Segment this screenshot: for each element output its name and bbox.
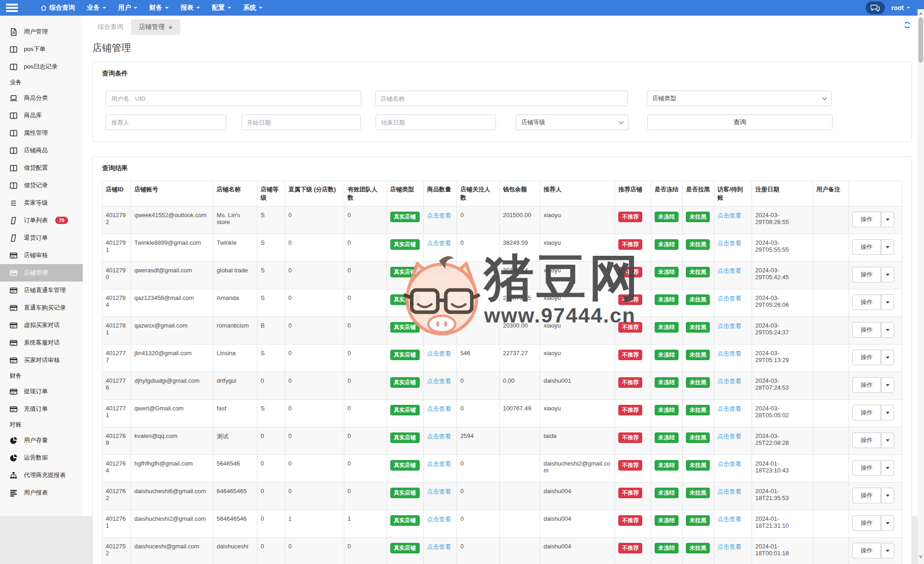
action-dropdown-button[interactable] xyxy=(881,432,894,448)
referrer-input[interactable] xyxy=(106,115,226,130)
visitors-view-link[interactable]: 点击查看 xyxy=(718,240,741,247)
sidebar-item-12[interactable]: 订单列表70 xyxy=(0,212,83,229)
nav-item-6[interactable]: 配置 xyxy=(207,0,236,16)
tab-1[interactable]: 综合查询 xyxy=(90,19,131,35)
action-button[interactable]: 操作 xyxy=(852,322,881,338)
start-date-input[interactable] xyxy=(241,115,361,130)
sidebar-item-8[interactable]: 店铺商品 xyxy=(0,142,83,159)
action-button[interactable]: 操作 xyxy=(852,488,881,503)
visitors-view-link[interactable]: 点击查看 xyxy=(718,378,741,385)
action-dropdown-button[interactable] xyxy=(881,377,894,393)
goods-view-link[interactable]: 点击查看 xyxy=(427,378,451,385)
action-button[interactable]: 操作 xyxy=(852,460,881,476)
sidebar-item-16[interactable]: 店铺直通车管理 xyxy=(0,282,83,299)
goods-view-link[interactable]: 点击查看 xyxy=(427,543,451,550)
sidebar-item-14[interactable]: 店铺审核 xyxy=(0,247,83,264)
goods-view-link[interactable]: 点击查看 xyxy=(427,295,451,302)
refresh-button[interactable] xyxy=(903,21,911,29)
visitors-view-link[interactable]: 点击查看 xyxy=(718,295,741,302)
user-menu[interactable]: root xyxy=(891,4,910,12)
sidebar-item-17[interactable]: 直通车购买记录 xyxy=(0,299,83,317)
action-button[interactable]: 操作 xyxy=(852,212,881,227)
visitors-view-link[interactable]: 点击查看 xyxy=(718,543,741,550)
goods-view-link[interactable]: 点击查看 xyxy=(427,240,451,247)
sidebar-item-26[interactable]: 运营数据 xyxy=(0,449,83,466)
action-dropdown-button[interactable] xyxy=(881,488,894,503)
end-date-input[interactable] xyxy=(376,115,496,130)
sidebar-item-6[interactable]: 商品库 xyxy=(0,107,83,124)
visitors-view-link[interactable]: 点击查看 xyxy=(718,267,741,274)
nav-item-5[interactable]: 报表 xyxy=(176,0,205,16)
sidebar-item-23[interactable]: 充值订单 xyxy=(0,400,83,418)
action-dropdown-button[interactable] xyxy=(881,350,894,365)
action-dropdown-button[interactable] xyxy=(881,405,894,420)
sidebar-item-11[interactable]: 卖家等级 xyxy=(0,194,83,212)
sidebar-item-28[interactable]: 用户报表 xyxy=(0,484,83,501)
visitors-view-link[interactable]: 点击查看 xyxy=(718,350,741,357)
sidebar-item-20[interactable]: 买家对话审核 xyxy=(0,351,83,369)
action-button[interactable]: 操作 xyxy=(852,405,881,420)
sidebar-item-2[interactable]: pos下单 xyxy=(0,40,83,58)
action-dropdown-button[interactable] xyxy=(881,543,894,558)
sidebar-item-22[interactable]: 提现订单 xyxy=(0,383,83,400)
visitors-view-link[interactable]: 点击查看 xyxy=(718,488,741,495)
action-dropdown-button[interactable] xyxy=(881,515,894,531)
action-button[interactable]: 操作 xyxy=(852,543,881,558)
scrollbar-down-arrow[interactable] xyxy=(919,556,923,558)
visitors-view-link[interactable]: 点击查看 xyxy=(718,516,741,523)
action-dropdown-button[interactable] xyxy=(881,212,894,227)
nav-item-4[interactable]: 财务 xyxy=(144,0,174,16)
goods-view-link[interactable]: 点击查看 xyxy=(427,516,451,523)
shop-type-select[interactable]: 店铺类型 xyxy=(647,91,832,106)
visitors-view-link[interactable]: 点击查看 xyxy=(718,212,741,219)
sidebar-item-19[interactable]: 系统客服对话 xyxy=(0,334,83,351)
action-button[interactable]: 操作 xyxy=(852,377,881,393)
scrollbar[interactable] xyxy=(918,9,924,564)
sidebar-item-18[interactable]: 虚拟买家对话 xyxy=(0,317,83,334)
username-uid-input[interactable] xyxy=(106,91,361,106)
goods-view-link[interactable]: 点击查看 xyxy=(427,267,451,274)
goods-view-link[interactable]: 点击查看 xyxy=(427,405,451,412)
sidebar-item-9[interactable]: 借贷配置 xyxy=(0,159,83,177)
sidebar-item-7[interactable]: 属性管理 xyxy=(0,124,83,142)
search-button[interactable]: 查询 xyxy=(647,115,833,130)
scrollbar-thumb[interactable] xyxy=(918,17,923,63)
sidebar-item-15[interactable]: 店铺管理 xyxy=(0,264,83,282)
action-button[interactable]: 操作 xyxy=(852,294,881,310)
visitors-view-link[interactable]: 点击查看 xyxy=(718,405,741,412)
sidebar-item-1[interactable]: 用户管理 xyxy=(0,23,83,40)
action-dropdown-button[interactable] xyxy=(881,239,894,255)
goods-view-link[interactable]: 点击查看 xyxy=(427,460,451,467)
goods-view-link[interactable]: 点击查看 xyxy=(427,433,451,440)
visitors-view-link[interactable]: 点击查看 xyxy=(718,460,741,467)
nav-item-1[interactable]: 综合查询 xyxy=(35,0,80,16)
nav-item-7[interactable]: 系统 xyxy=(238,0,268,16)
action-dropdown-button[interactable] xyxy=(881,322,894,338)
action-button[interactable]: 操作 xyxy=(852,267,881,282)
close-icon[interactable]: × xyxy=(169,24,172,30)
visitors-view-link[interactable]: 点击查看 xyxy=(718,322,741,329)
sidebar-item-13[interactable]: 退货订单 xyxy=(0,229,83,247)
sidebar-item-3[interactable]: pos日志记录 xyxy=(0,58,83,75)
nav-item-2[interactable]: 业务 xyxy=(82,0,111,16)
action-dropdown-button[interactable] xyxy=(881,460,894,476)
action-button[interactable]: 操作 xyxy=(852,432,881,448)
goods-view-link[interactable]: 点击查看 xyxy=(427,350,451,357)
sidebar-item-25[interactable]: 用户存量 xyxy=(0,432,83,449)
visitors-view-link[interactable]: 点击查看 xyxy=(718,433,741,440)
sidebar-item-10[interactable]: 借贷记录 xyxy=(0,177,83,194)
shop-name-input[interactable] xyxy=(375,91,628,106)
sidebar-item-5[interactable]: 商品分类 xyxy=(0,89,83,107)
goods-view-link[interactable]: 点击查看 xyxy=(427,488,451,495)
action-dropdown-button[interactable] xyxy=(881,267,894,282)
sidebar-item-27[interactable]: 代理商充提报表 xyxy=(0,466,83,484)
hamburger-menu-icon[interactable] xyxy=(6,4,18,12)
nav-item-3[interactable]: 用户 xyxy=(113,0,143,16)
shop-level-select[interactable]: 店铺等级 xyxy=(516,115,628,130)
scrollbar-up-arrow[interactable] xyxy=(919,12,923,15)
action-button[interactable]: 操作 xyxy=(852,239,881,255)
tab-2[interactable]: 店铺管理× xyxy=(131,19,180,35)
goods-view-link[interactable]: 点击查看 xyxy=(427,322,451,329)
action-button[interactable]: 操作 xyxy=(852,350,881,365)
action-dropdown-button[interactable] xyxy=(881,294,894,310)
